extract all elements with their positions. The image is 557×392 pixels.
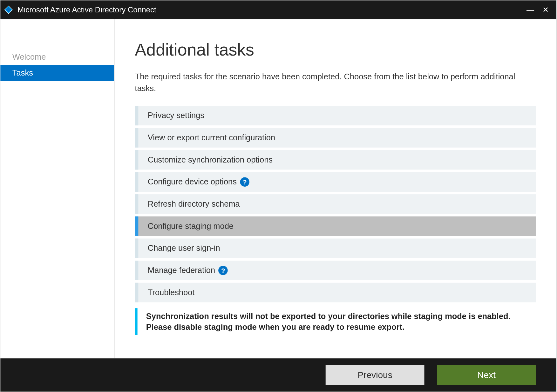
task-accent [135,194,139,214]
app-window: Microsoft Azure Active Directory Connect… [0,0,557,392]
task-label: Change user sign-in [138,244,220,253]
task-accent [135,150,139,170]
task-label: Configure device options [138,177,237,187]
task-item[interactable]: Refresh directory schema [135,194,536,214]
minimize-icon: — [526,5,534,14]
task-item[interactable]: Configure device options? [135,172,536,192]
task-accent [135,172,139,192]
task-item[interactable]: Manage federation? [135,261,536,280]
close-button[interactable]: ✕ [539,3,552,16]
previous-button[interactable]: Previous [326,365,425,385]
staging-info-banner: Synchronization results will not be expo… [135,308,536,335]
task-label: Manage federation [138,266,215,275]
azure-logo-icon [4,5,13,14]
info-accent-bar [135,308,138,335]
main-content: Additional tasks The required tasks for … [114,19,556,358]
info-message: Synchronization results will not be expo… [138,308,536,335]
help-icon[interactable]: ? [240,177,249,187]
task-item[interactable]: Customize synchronization options [135,150,536,170]
title-bar: Microsoft Azure Active Directory Connect… [0,0,556,19]
task-accent [135,216,139,236]
close-icon: ✕ [542,5,549,14]
sidebar-item-welcome[interactable]: Welcome [0,49,114,65]
task-label: Refresh directory schema [138,199,240,209]
window-title: Microsoft Azure Active Directory Connect [17,5,156,14]
task-item[interactable]: View or export current configuration [135,128,536,148]
task-item[interactable]: Change user sign-in [135,239,536,258]
next-button[interactable]: Next [437,365,536,385]
page-title: Additional tasks [135,40,536,59]
sidebar-item-tasks[interactable]: Tasks [0,65,114,81]
task-label: View or export current configuration [138,133,275,143]
help-icon[interactable]: ? [219,266,228,275]
page-description: The required tasks for the scenario have… [135,71,536,94]
footer-bar: Previous Next [0,358,556,391]
sidebar: Welcome Tasks [0,19,114,358]
task-accent [135,128,139,148]
task-label: Customize synchronization options [138,155,273,164]
task-label: Privacy settings [138,111,204,120]
task-accent [135,239,139,258]
task-label: Troubleshoot [138,288,194,297]
task-label: Configure staging mode [138,222,234,231]
task-accent [135,106,139,126]
task-item[interactable]: Configure staging mode [135,216,536,236]
task-item[interactable]: Troubleshoot [135,283,536,302]
window-body: Welcome Tasks Additional tasks The requi… [0,19,556,358]
task-item[interactable]: Privacy settings [135,106,536,126]
task-accent [135,261,139,280]
task-list: Privacy settingsView or export current c… [135,106,536,302]
task-accent [135,283,139,302]
minimize-button[interactable]: — [524,3,537,16]
